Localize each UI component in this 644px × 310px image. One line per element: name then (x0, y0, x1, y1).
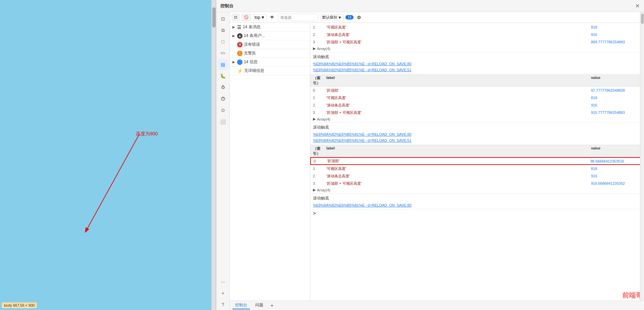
index-cell: 0 (313, 88, 326, 92)
devtools-titlebar: 控制台 ✕ (216, 0, 644, 12)
expand-arrow-icon: ▶ (313, 117, 316, 121)
layers-icon-btn[interactable]: ⬜ (218, 116, 228, 127)
value-cell: 818 (591, 25, 641, 29)
table-row: 2 '滚动条总高度' 916 (310, 172, 644, 180)
index-cell: 1 (313, 25, 326, 29)
toggle-btn[interactable]: ⊡ (232, 14, 239, 21)
svg-line-0 (86, 134, 139, 232)
top-label: top (255, 15, 260, 20)
scroll-link-3a[interactable]: %E8%8A%82%E6%B5%81%E···d=RELOAD_ON_SAVE:… (313, 203, 412, 207)
scrollbar-divider[interactable] (211, 0, 216, 310)
expand-arrow-icon: ▶ (232, 34, 236, 38)
scroll-link-1a[interactable]: %E8%8A%82%E6%B5%81%E···d=RELOAD_ON_SAVE:… (313, 62, 412, 66)
expand-arrow-icon: ▶ (232, 25, 236, 29)
index-cell: 0 (314, 159, 327, 163)
device-icon-btn[interactable]: ⧉ (218, 25, 228, 36)
msg-group-detail: ⚡ 无详细信息 (230, 67, 310, 75)
output-section-scroll2: 滚动触底 %E8%8A%82%E6%B5%81%E···d=RELOAD_ON_… (310, 123, 644, 144)
devtools-main: ⊡ ⧉ □ </> ▤ 🐛 ⊙ ⬜ ··· + ? (216, 12, 644, 310)
table-row: 1 '可视区高度' 818 (310, 94, 644, 101)
sources-icon-btn[interactable]: </> (218, 48, 228, 58)
count-badge: 14 (345, 15, 353, 19)
chevron-right-icon[interactable]: > (313, 211, 316, 216)
app-container: 高度为900 body 667.56 × 900 控制台 ✕ ⊡ ⧉ (0, 0, 644, 310)
help-icon-btn[interactable]: ? (218, 299, 228, 310)
bottom-tabs: 控制台 问题 + (230, 301, 644, 310)
scrollbar-thumb[interactable] (212, 7, 216, 28)
msg-group-user: ▶ ● 14 条用户... (230, 32, 310, 40)
scroll-trigger-label: 滚动触底 (310, 124, 644, 131)
settings-icon-btn[interactable]: ⊙ (218, 105, 228, 116)
scroll-link-2b[interactable]: %E8%8A%82%E6%B5%81%E···d=RELOAD_ON_SAVE:… (313, 138, 412, 142)
output-section-scroll3: 滚动触底 %E8%8A%82%E6%B5%81%E···d=RELOAD_ON_… (310, 194, 644, 209)
table-row: 2 '滚动条总高度' 916 (310, 31, 644, 38)
add-tab-button[interactable]: + (269, 302, 275, 309)
table-row: 1 '可视区高度' 818 (310, 24, 644, 31)
more-icon-btn[interactable]: ··· (218, 276, 228, 287)
elements-icon-btn[interactable]: □ (218, 36, 228, 47)
list-item[interactable]: ✕ 没有错误 (230, 40, 310, 49)
index-cell: 2 (313, 174, 326, 178)
expand-arrow-icon: ▶ (313, 188, 316, 192)
label-cell: '可视区高度' (326, 166, 591, 171)
network-icon-btn[interactable] (218, 82, 228, 93)
eye-btn[interactable]: 👁 (269, 14, 276, 21)
msg-label: 14 信息 (244, 59, 258, 65)
header-label: label (326, 76, 591, 86)
devtools-title: 控制台 (219, 3, 233, 9)
output-section-1: 1 '可视区高度' 818 2 '滚动条总高度' 916 3 (310, 23, 644, 52)
list-item[interactable]: ⚠ 无警告 (230, 49, 310, 57)
gear-btn[interactable]: ⚙ (356, 14, 363, 21)
header-value: value (591, 76, 641, 86)
filter-input[interactable] (278, 14, 318, 21)
msg-label: 无详细信息 (244, 68, 264, 74)
list-item[interactable]: ▶ ⓘ 14 信息 (230, 58, 310, 66)
table-row: 2 '滚动条总高度' 916 (310, 101, 644, 109)
tab-console[interactable]: 控制台 (232, 302, 250, 309)
list-item[interactable]: ▶ ☰ 14 条消息 (230, 23, 310, 31)
header-label: label (326, 146, 591, 156)
msg-label: 没有错误 (244, 42, 260, 47)
plus-icon-btn[interactable]: + (218, 288, 228, 299)
label-cell: '滚动条总高度' (326, 32, 591, 37)
debug-icon-btn[interactable]: 🐛 (218, 71, 228, 81)
level-label: 默认级别 (322, 15, 337, 20)
index-cell: 1 (313, 167, 326, 171)
value-cell: 97.77777862548828 (591, 88, 641, 92)
scroll-link-2a[interactable]: %E8%8A%82%E6%B5%81%E···d=RELOAD_ON_SAVE:… (313, 132, 412, 136)
console-toolbar: ⊡ 🚫 top ▼ 👁 默认级别 ▼ 14 ⚙ (230, 12, 644, 23)
array-row[interactable]: ▶ Array(4) (310, 46, 644, 51)
top-selector[interactable]: top ▼ (253, 14, 267, 20)
list-item[interactable]: ▶ ● 14 条用户... (230, 32, 310, 40)
index-cell: 1 (313, 96, 326, 100)
annotation-text: 高度为900 (136, 131, 158, 137)
value-cell: 818 (591, 167, 641, 171)
array-row[interactable]: ▶ Array(4) (310, 116, 644, 122)
output-section-scroll1: 滚动触底 %E8%8A%82%E6%B5%81%E···d=RELOAD_ON_… (310, 52, 644, 74)
tab-issues[interactable]: 问题 (253, 302, 266, 309)
output-section-2: （索引） label value 0 '距顶部' 97.777778625488… (310, 74, 644, 123)
expand-arrow-icon: ▶ (313, 46, 316, 51)
close-button[interactable]: ✕ (633, 2, 641, 10)
clear-btn[interactable]: 🚫 (241, 14, 251, 21)
table-row: 1 '可视区高度' 818 (310, 165, 644, 172)
console-icon-btn[interactable]: ▤ (218, 59, 228, 70)
array-label: Array(4) (317, 117, 330, 121)
devtools-panel: 控制台 ✕ ⊡ ⧉ □ </> ▤ 🐛 ⊙ ⬜ ··· (216, 0, 644, 310)
scroll-trigger-label: 滚动触底 (310, 53, 644, 61)
detail-icon: ⚡ (237, 68, 243, 74)
body-dimension-label: body 667.56 × 900 (2, 302, 37, 308)
level-selector[interactable]: 默认级别 ▼ (320, 14, 344, 20)
perf-icon-btn[interactable] (218, 93, 228, 104)
table-row: 3 '距顶部 + 可视区高度' 915.7777786254883 (310, 109, 644, 116)
label-cell: '滚动条总高度' (326, 103, 591, 108)
inspect-icon-btn[interactable]: ⊡ (218, 13, 228, 24)
scroll-link-1b[interactable]: %E8%8A%82%E6%B5%81%E···d=RELOAD_ON_SAVE:… (313, 68, 412, 72)
dropdown-arrow-icon: ▼ (261, 15, 265, 20)
msg-group-messages: ▶ ☰ 14 条消息 (230, 23, 310, 32)
array-row[interactable]: ▶ Array(4) (310, 187, 644, 193)
table-header-2: （索引） label value (310, 75, 644, 87)
label-cell: '距顶部' (327, 159, 590, 164)
list-item[interactable]: ⚡ 无详细信息 (230, 67, 310, 75)
msg-group-warn: ⚠ 无警告 (230, 49, 310, 58)
